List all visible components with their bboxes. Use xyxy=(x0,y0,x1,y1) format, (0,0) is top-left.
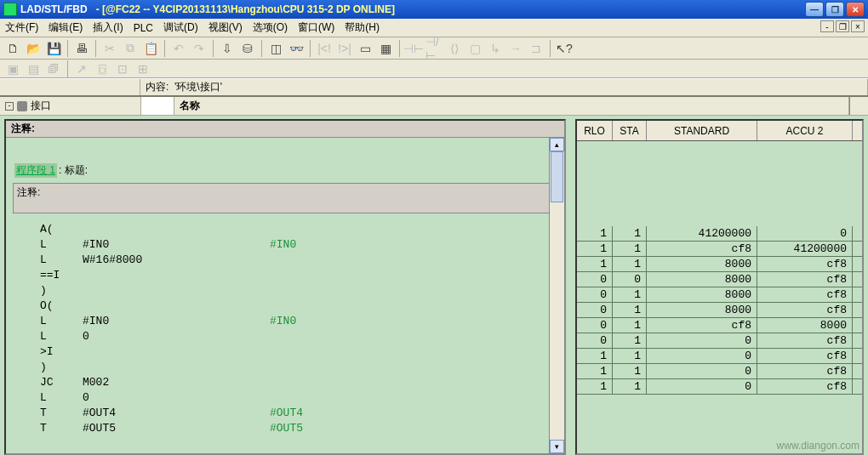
code-line[interactable]: L#IN0#IN0 xyxy=(40,314,564,329)
watermark: www.diangon.com xyxy=(777,440,859,452)
goto-start-icon[interactable]: |<! xyxy=(315,39,334,58)
maximize-button[interactable]: ❐ xyxy=(825,2,844,17)
tree-collapse-icon[interactable]: - xyxy=(5,102,14,111)
name-bar: - 接口 名称 xyxy=(0,97,868,116)
redo-icon[interactable]: ↷ xyxy=(190,39,208,58)
comment-label: 注释: xyxy=(17,186,40,198)
table-row: 018000cf8 xyxy=(577,287,862,303)
name-bar-scroll[interactable] xyxy=(849,97,868,115)
goto-end-icon[interactable]: !>| xyxy=(335,39,354,58)
contact-no-icon[interactable]: ⊣⊢ xyxy=(404,39,423,58)
menu-file[interactable]: 文件(F) xyxy=(5,20,38,35)
mdi-close[interactable]: × xyxy=(851,20,865,32)
table-row: 018000cf8 xyxy=(577,303,862,318)
online-icon[interactable]: ⛁ xyxy=(238,39,257,58)
menu-debug[interactable]: 调试(D) xyxy=(163,20,198,35)
menu-insert[interactable]: 插入(I) xyxy=(93,20,123,35)
download-icon[interactable]: ⇩ xyxy=(218,39,237,58)
col-accu2: ACCU 2 xyxy=(757,121,853,140)
minimize-button[interactable]: — xyxy=(805,2,824,17)
coil-icon[interactable]: ⟨⟩ xyxy=(445,39,464,58)
code-line[interactable]: ) xyxy=(40,360,564,375)
new-icon[interactable]: 🗋 xyxy=(3,39,22,58)
menu-edit[interactable]: 编辑(E) xyxy=(49,20,83,35)
title-main: LAD/STL/FBD xyxy=(20,3,88,15)
toolbar-main: 🗋 📂 💾 🖶 ✂ ⧉ 📋 ↶ ↷ ⇩ ⛁ ◫ 👓 |<! !>| ▭ ▦ ⊣⊢… xyxy=(0,37,868,60)
table-row: 11cf841200000 xyxy=(577,242,862,257)
code-line[interactable]: L0 xyxy=(40,329,564,344)
tb2-icon-3[interactable]: 🗊 xyxy=(44,60,63,78)
menu-options[interactable]: 选项(O) xyxy=(253,20,288,35)
name-column-header: 名称 xyxy=(180,99,200,113)
left-scrollbar[interactable]: ▴ ▾ xyxy=(549,138,564,453)
menu-window[interactable]: 窗口(W) xyxy=(298,20,334,35)
code-line[interactable]: L0 xyxy=(40,390,564,406)
table-row: 01cf88000 xyxy=(577,318,862,333)
branch-close-icon[interactable]: → xyxy=(506,39,525,58)
code-line[interactable]: JCM002 xyxy=(40,375,564,390)
tb2-icon-1[interactable]: ▣ xyxy=(3,60,22,78)
tb2-icon-4[interactable]: ↗ xyxy=(72,60,91,78)
scroll-thumb[interactable] xyxy=(551,151,563,202)
branch-open-icon[interactable]: ↳ xyxy=(486,39,505,58)
tb2-icon-2[interactable]: ▤ xyxy=(24,60,43,78)
paste-icon[interactable]: 📋 xyxy=(141,39,160,58)
status-table: 1141200000011cf841200000118000cf8008000c… xyxy=(577,226,862,395)
name-index-cell xyxy=(140,97,174,115)
code-line[interactable]: O( xyxy=(40,299,564,314)
code-line[interactable]: >I xyxy=(40,344,564,360)
code-line[interactable]: ==I xyxy=(40,268,564,283)
menu-view[interactable]: 视图(V) xyxy=(208,20,243,35)
print-icon[interactable]: 🖶 xyxy=(72,39,91,58)
menu-plc[interactable]: PLC xyxy=(134,22,153,34)
help-pointer-icon[interactable]: ↖? xyxy=(555,39,574,58)
content-value: '环境\接口' xyxy=(174,80,222,94)
close-button[interactable]: ✕ xyxy=(846,2,865,17)
code-line[interactable]: L#IN0#IN0 xyxy=(40,237,564,253)
code-line[interactable]: ) xyxy=(40,283,564,299)
content-label: 内容: xyxy=(146,80,168,94)
monitor-icon[interactable]: ◫ xyxy=(266,39,285,58)
title-bar: LAD/STL/FBD - [@FC22 -- Y4CIP20131113\Ha… xyxy=(0,0,868,19)
table-row: 11412000000 xyxy=(577,226,862,242)
box-icon[interactable]: ▢ xyxy=(465,39,484,58)
undo-icon[interactable]: ↶ xyxy=(169,39,188,58)
col-rlo: RLO xyxy=(577,121,613,140)
table-row: 118000cf8 xyxy=(577,257,862,272)
left-header: 注释: xyxy=(11,122,35,136)
mdi-restore[interactable]: ❐ xyxy=(836,20,849,32)
tb2-icon-6[interactable]: ⊡ xyxy=(113,60,132,78)
code-line[interactable]: T#OUT5#OUT5 xyxy=(40,421,564,436)
contact-nc-icon[interactable]: ⊣/⊢ xyxy=(425,39,443,58)
connection-icon[interactable]: ⊐ xyxy=(527,39,545,58)
col-standard: STANDARD xyxy=(647,121,757,140)
app-icon xyxy=(3,3,17,16)
tb2-icon-5[interactable]: ⌼ xyxy=(93,60,111,78)
scroll-up-icon[interactable]: ▴ xyxy=(550,138,564,151)
code-line[interactable]: T#OUT4#OUT4 xyxy=(40,406,564,421)
catalog-icon[interactable]: ▦ xyxy=(376,39,395,58)
open-icon[interactable]: 📂 xyxy=(24,39,43,58)
tb2-icon-7[interactable]: ⊞ xyxy=(134,60,152,78)
code-line[interactable]: A( xyxy=(40,222,564,237)
col-sta: STA xyxy=(613,121,647,140)
scroll-down-icon[interactable]: ▾ xyxy=(550,440,564,453)
code-pane: 注释: 程序段 1 : 标题: 注释: A(L#IN0#IN0LW#16#800… xyxy=(4,119,566,455)
interface-icon xyxy=(17,101,27,111)
table-row: 008000cf8 xyxy=(577,272,862,287)
copy-icon[interactable]: ⧉ xyxy=(121,39,140,58)
segment-link[interactable]: 程序段 1 xyxy=(14,163,57,178)
mdi-minimize[interactable]: - xyxy=(820,20,834,32)
stl-code[interactable]: A(L#IN0#IN0LW#16#8000==I)O(L#IN0#IN0L0>I… xyxy=(6,219,564,436)
status-pane: RLO STA STANDARD ACCU 2 1141200000011cf8… xyxy=(575,119,864,455)
table-row: 110cf8 xyxy=(577,364,862,379)
code-line[interactable]: LW#16#8000 xyxy=(40,253,564,268)
glasses-icon[interactable]: 👓 xyxy=(287,39,306,58)
toolbar-secondary: ▣ ▤ 🗊 ↗ ⌼ ⊡ ⊞ xyxy=(0,60,868,78)
save-icon[interactable]: 💾 xyxy=(44,39,63,58)
cut-icon[interactable]: ✂ xyxy=(100,39,119,58)
new-network-icon[interactable]: ▭ xyxy=(356,39,374,58)
comment-box[interactable]: 注释: xyxy=(13,183,557,213)
menu-help[interactable]: 帮助(H) xyxy=(345,20,380,35)
tree-label[interactable]: 接口 xyxy=(31,99,51,113)
